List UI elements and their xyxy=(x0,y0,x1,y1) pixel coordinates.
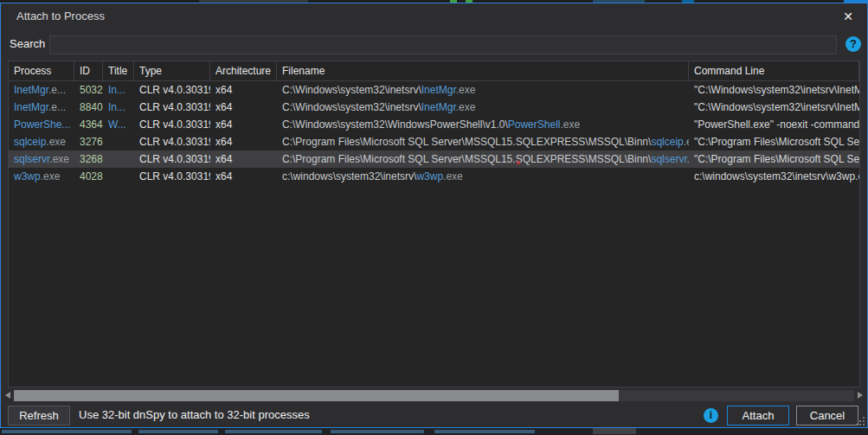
cell-type: CLR v4.0.30319 xyxy=(134,133,210,150)
column-header-architecture[interactable]: Architecture xyxy=(210,61,277,80)
search-label: Search xyxy=(10,29,45,60)
cell-architecture: x64 xyxy=(210,99,277,116)
cell-type: CLR v4.0.30319 xyxy=(134,116,210,133)
cell-filename: C:\Windows\system32\inetsrv\InetMgr.exe xyxy=(277,81,689,99)
cell-id: 3268 xyxy=(74,150,103,168)
help-icon: ? xyxy=(845,36,861,52)
cell-id: 3276 xyxy=(74,133,103,150)
scrollbar-thumb[interactable] xyxy=(14,390,619,401)
background-fragment xyxy=(225,430,322,433)
process-row[interactable]: sqlceip.exe3276CLR v4.0.30319x64C:\Progr… xyxy=(9,133,859,150)
attach-to-process-dialog: Attach to Process ✕ Search ? ProcessIDTi… xyxy=(0,3,868,428)
process-row[interactable]: InetMgr.e...5032In...CLR v4.0.30319x64C:… xyxy=(9,81,859,99)
cell-architecture: x64 xyxy=(210,116,277,133)
attach-button[interactable]: Attach xyxy=(727,406,789,425)
cell-id: 5032 xyxy=(74,81,103,99)
column-header-id[interactable]: ID xyxy=(74,61,103,80)
column-header-title[interactable]: Title xyxy=(103,61,134,80)
help-button[interactable]: ? xyxy=(845,36,861,52)
cell-filename: C:\Windows\system32\WindowsPowerShell\v1… xyxy=(277,116,689,133)
cell-process: sqlservr.exe xyxy=(9,150,74,168)
cell-title: In... xyxy=(103,99,134,116)
horizontal-scrollbar xyxy=(2,388,866,403)
footer-note: Use 32-bit dnSpy to attach to 32-bit pro… xyxy=(79,403,310,427)
cell-type: CLR v4.0.30319 xyxy=(134,99,210,116)
background-fragment xyxy=(593,428,636,434)
scrollbar-track[interactable] xyxy=(14,390,854,401)
info-button[interactable]: i xyxy=(704,408,718,423)
cell-id: 8840 xyxy=(74,99,103,116)
dialog-title: Attach to Process xyxy=(16,3,105,29)
cell-filename: C:\Windows\system32\inetsrv\InetMgr.exe xyxy=(277,99,689,116)
column-header-process[interactable]: Process xyxy=(9,61,74,80)
process-row[interactable]: InetMgr.e...8840In...CLR v4.0.30319x64C:… xyxy=(9,99,859,116)
background-fragment xyxy=(138,430,218,433)
info-icon: i xyxy=(704,408,718,423)
cell-id: 4028 xyxy=(74,168,103,185)
background-fragment xyxy=(2,430,132,433)
cell-architecture: x64 xyxy=(210,81,277,99)
cell-command-line: "PowerShell.exe" -noexit -command xyxy=(689,116,859,133)
cell-command-line: "C:\Windows\system32\inetsrv\InetMgr.exe… xyxy=(689,99,859,116)
cell-title xyxy=(103,150,134,168)
cell-title: In... xyxy=(103,81,134,99)
cell-architecture: x64 xyxy=(210,133,277,150)
table-body: InetMgr.e...5032In...CLR v4.0.30319x64C:… xyxy=(9,81,859,185)
refresh-button[interactable]: Refresh xyxy=(8,406,70,425)
cancel-button[interactable]: Cancel xyxy=(796,406,858,425)
cell-command-line: "C:\Program Files\Microsoft SQL Server\M… xyxy=(689,150,859,168)
cell-filename: C:\Program Files\Microsoft SQL Server\MS… xyxy=(277,150,689,168)
close-button[interactable]: ✕ xyxy=(838,7,858,26)
cell-title xyxy=(103,168,134,185)
cell-type: CLR v4.0.30319 xyxy=(134,81,210,99)
cell-process: sqlceip.exe xyxy=(9,133,74,150)
screen: Attach to Process ✕ Search ? ProcessIDTi… xyxy=(0,0,868,435)
cell-architecture: x64 xyxy=(210,168,277,185)
cell-command-line: c:\windows\system32\inetsrv\w3wp.exe xyxy=(689,168,859,185)
column-header-filename[interactable]: Filename xyxy=(277,61,689,80)
close-icon: ✕ xyxy=(843,10,853,23)
column-header-command-line[interactable]: Command Line xyxy=(689,61,859,80)
scrollbar-right-arrow[interactable] xyxy=(854,388,866,403)
cell-filename: C:\Program Files\Microsoft SQL Server\MS… xyxy=(277,133,689,150)
cell-architecture: x64 xyxy=(210,150,277,168)
resize-grip[interactable] xyxy=(863,424,865,425)
background-fragment xyxy=(331,430,424,433)
cell-title xyxy=(103,133,134,150)
dialog-footer: Refresh Use 32-bit dnSpy to attach to 32… xyxy=(1,403,867,427)
cell-id: 4364 xyxy=(74,116,103,133)
cell-filename: c:\windows\system32\inetsrv\w3wp.exe xyxy=(277,168,689,185)
cell-type: CLR v4.0.30319 xyxy=(134,150,210,168)
cell-type: CLR v4.0.30319 xyxy=(134,168,210,185)
cell-process: InetMgr.e... xyxy=(9,99,74,116)
background-fragment xyxy=(434,430,535,433)
cell-title: W... xyxy=(103,116,134,133)
background-window-bottom-edge xyxy=(0,428,868,435)
process-row[interactable]: sqlservr.exe3268CLR v4.0.30319x64C:\Prog… xyxy=(9,150,859,168)
cell-command-line: "C:\Program Files\Microsoft SQL Server\M… xyxy=(689,133,859,150)
process-list: ProcessIDTitleTypeArchitectureFilenameCo… xyxy=(8,61,860,387)
cell-command-line: "C:\Windows\system32\inetsrv\InetMgr.exe… xyxy=(689,81,859,99)
table-header: ProcessIDTitleTypeArchitectureFilenameCo… xyxy=(9,61,859,81)
search-row: Search ? xyxy=(1,29,867,60)
red-dot-artifact xyxy=(517,161,520,164)
cell-process: w3wp.exe xyxy=(9,168,74,185)
cell-process: PowerShe... xyxy=(9,116,74,133)
column-header-type[interactable]: Type xyxy=(134,61,210,80)
search-input[interactable] xyxy=(49,35,837,54)
dialog-title-bar[interactable]: Attach to Process ✕ xyxy=(1,3,867,29)
process-row[interactable]: PowerShe...4364W...CLR v4.0.30319x64C:\W… xyxy=(9,116,859,133)
scrollbar-left-arrow[interactable] xyxy=(2,388,14,403)
cell-process: InetMgr.e... xyxy=(9,81,74,99)
process-row[interactable]: w3wp.exe4028CLR v4.0.30319x64c:\windows\… xyxy=(9,168,859,185)
